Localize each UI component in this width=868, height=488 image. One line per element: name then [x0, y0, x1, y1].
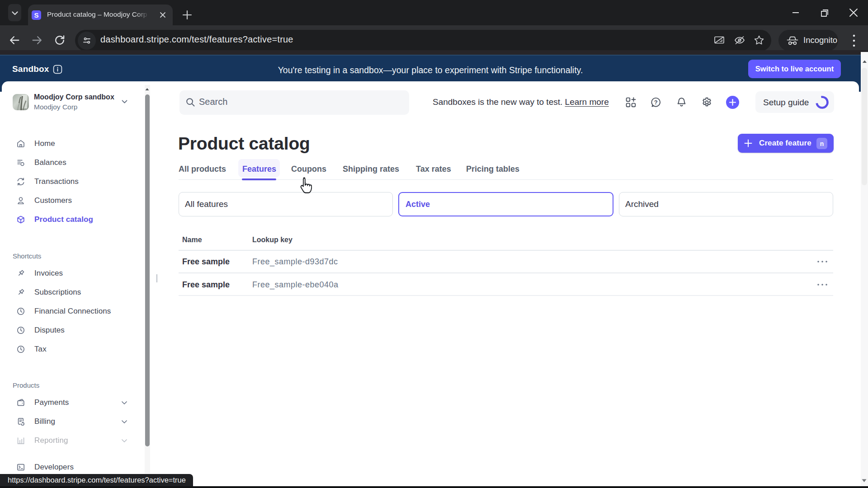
svg-text:?: ? [654, 99, 658, 106]
